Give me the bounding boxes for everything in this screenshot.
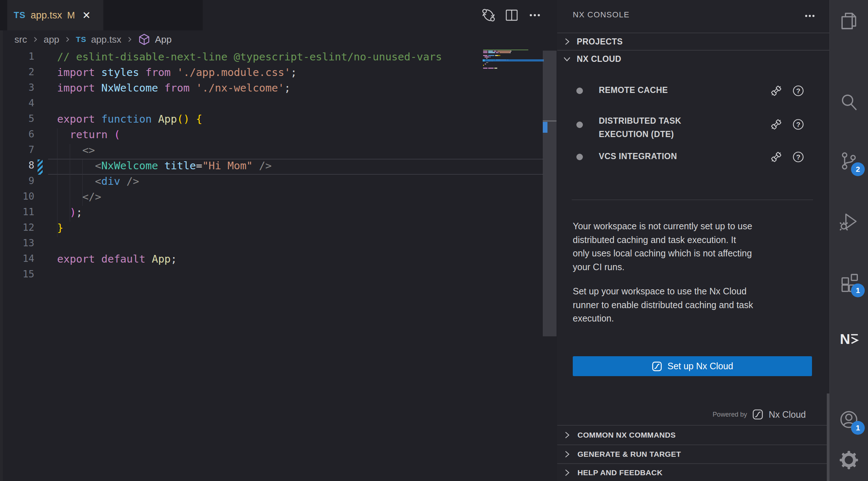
code-line[interactable]: </> bbox=[57, 191, 101, 206]
more-actions-icon[interactable] bbox=[801, 9, 818, 22]
code-line[interactable]: } bbox=[57, 222, 63, 237]
panel-title: NX CONSOLE bbox=[573, 10, 629, 20]
extensions-icon[interactable]: 1 bbox=[837, 271, 860, 294]
connect-icon[interactable] bbox=[770, 84, 783, 97]
modified-line-gutter-marker bbox=[38, 159, 43, 175]
line-number: 6 bbox=[11, 128, 34, 144]
run-and-debug-icon[interactable] bbox=[837, 210, 860, 233]
help-icon[interactable]: ? bbox=[792, 150, 805, 163]
tab-label: app.tsx bbox=[31, 10, 62, 21]
line-number: 7 bbox=[11, 144, 34, 159]
line-number: 9 bbox=[11, 175, 34, 191]
code-line[interactable]: export function App() { bbox=[57, 113, 202, 128]
overview-ruler-cursor-mark bbox=[543, 122, 547, 133]
feature-label: REMOTE CACHE bbox=[599, 85, 668, 95]
feature-label: DISTRIBUTED TASK EXECUTION (DTE) bbox=[599, 114, 681, 141]
help-icon[interactable]: ? bbox=[792, 84, 805, 97]
chevron-right-icon bbox=[126, 35, 133, 44]
nx-console-icon[interactable]: N bbox=[837, 328, 860, 351]
code-line[interactable]: import NxWelcome from './nx-welcome'; bbox=[57, 82, 291, 97]
help-icon[interactable]: ? bbox=[792, 118, 805, 131]
breadcrumb-file[interactable]: app.tsx bbox=[91, 34, 121, 45]
line-number: 8 bbox=[11, 159, 34, 175]
svg-text:?: ? bbox=[796, 121, 800, 128]
section-common-nx-commands[interactable]: COMMON NX COMMANDS bbox=[557, 425, 829, 444]
connect-icon[interactable] bbox=[770, 150, 783, 163]
nx-console-panel: NX CONSOLE PROJECTS NX CLOUD REMOTE CACH… bbox=[557, 0, 829, 481]
code-line[interactable]: ); bbox=[57, 206, 82, 222]
editor-left-margin bbox=[0, 30, 3, 481]
connect-icon[interactable] bbox=[770, 118, 783, 131]
open-changes-icon[interactable] bbox=[481, 5, 497, 25]
svg-text:?: ? bbox=[796, 87, 800, 95]
divider bbox=[572, 200, 813, 200]
svg-text:?: ? bbox=[796, 153, 800, 161]
svg-text:N: N bbox=[840, 331, 850, 347]
minimap-modified-marker bbox=[483, 59, 485, 61]
editor-toolbar bbox=[481, 5, 543, 25]
line-number: 5 bbox=[11, 113, 34, 128]
line-number: 1 bbox=[11, 51, 34, 66]
minimap-current-line bbox=[482, 59, 544, 61]
line-number: 15 bbox=[11, 268, 34, 284]
section-generate-run-target[interactable]: GENERATE & RUN TARGET bbox=[557, 444, 829, 463]
symbol-cube-icon bbox=[138, 33, 150, 46]
setup-nx-cloud-button[interactable]: Set up Nx Cloud bbox=[573, 356, 812, 376]
section-help-and-feedback[interactable]: HELP AND FEEDBACK bbox=[557, 463, 829, 481]
section-label: HELP AND FEEDBACK bbox=[577, 468, 662, 477]
accounts-icon[interactable]: 1 bbox=[837, 408, 860, 431]
tab-app-tsx[interactable]: TS app.tsx M ✕ bbox=[7, 0, 103, 30]
chevron-right-icon bbox=[562, 430, 572, 440]
code-line[interactable]: export default App; bbox=[57, 253, 177, 268]
vscode-window: TS app.tsx M ✕ bbox=[0, 0, 868, 481]
section-label: PROJECTS bbox=[577, 37, 623, 47]
breadcrumb-symbol[interactable]: App bbox=[155, 34, 172, 45]
status-dot bbox=[576, 122, 583, 128]
code-line[interactable]: <div /> bbox=[57, 175, 139, 191]
settings-gear-icon[interactable] bbox=[837, 448, 860, 472]
tab-bar: TS app.tsx M ✕ bbox=[0, 0, 557, 30]
search-icon[interactable] bbox=[837, 91, 860, 114]
activity-bar: 2 1 N 1 bbox=[829, 0, 868, 481]
code-line[interactable]: import styles from './app.module.css'; bbox=[57, 66, 297, 82]
line-number: 13 bbox=[11, 237, 34, 253]
typescript-file-icon: TS bbox=[14, 10, 26, 20]
source-control-icon[interactable]: 2 bbox=[837, 149, 860, 173]
section-label: GENERATE & RUN TARGET bbox=[577, 450, 681, 459]
panel-header: NX CONSOLE bbox=[557, 0, 829, 32]
overview-ruler-edge bbox=[543, 120, 557, 122]
code-line[interactable]: // eslint-disable-next-line @typescript-… bbox=[57, 51, 442, 66]
editor-group: TS app.tsx M ✕ bbox=[0, 0, 557, 481]
nx-cloud-logo-icon bbox=[752, 409, 764, 420]
close-icon[interactable]: ✕ bbox=[82, 9, 90, 21]
section-nx-cloud[interactable]: NX CLOUD bbox=[557, 50, 829, 67]
code-line[interactable]: <NxWelcome title="Hi Mom" /> bbox=[57, 159, 272, 175]
accounts-badge: 1 bbox=[851, 421, 865, 435]
code-line[interactable]: return ( bbox=[57, 128, 120, 144]
panel-scrollbar[interactable] bbox=[827, 393, 829, 481]
line-number: 12 bbox=[11, 222, 34, 237]
line-number: 11 bbox=[11, 206, 34, 222]
line-number: 2 bbox=[11, 66, 34, 82]
breadcrumb: src app TS app.tsx App bbox=[0, 30, 571, 48]
chevron-right-icon bbox=[562, 37, 572, 46]
more-actions-icon[interactable] bbox=[527, 5, 543, 25]
breadcrumb-src[interactable]: src bbox=[14, 34, 27, 45]
powered-by-label: Powered by bbox=[713, 411, 747, 418]
powered-by-row: Powered by Nx Cloud bbox=[713, 407, 806, 422]
nx-cloud-brand-label[interactable]: Nx Cloud bbox=[769, 409, 806, 420]
modified-badge: M bbox=[67, 10, 75, 21]
editor-scrollbar[interactable] bbox=[543, 51, 557, 336]
section-projects[interactable]: PROJECTS bbox=[557, 33, 829, 50]
split-editor-icon[interactable] bbox=[504, 5, 520, 25]
chevron-right-icon bbox=[32, 35, 39, 44]
status-dot bbox=[576, 154, 583, 160]
explorer-icon[interactable] bbox=[837, 9, 860, 33]
line-number: 4 bbox=[11, 97, 34, 113]
chevron-right-icon bbox=[64, 35, 71, 44]
chevron-right-icon bbox=[562, 450, 572, 459]
breadcrumb-app[interactable]: app bbox=[44, 34, 59, 45]
minimap[interactable] bbox=[483, 49, 543, 82]
feature-dte: DISTRIBUTED TASK EXECUTION (DTE) ? bbox=[557, 111, 829, 139]
code-line[interactable]: <> bbox=[57, 144, 95, 159]
